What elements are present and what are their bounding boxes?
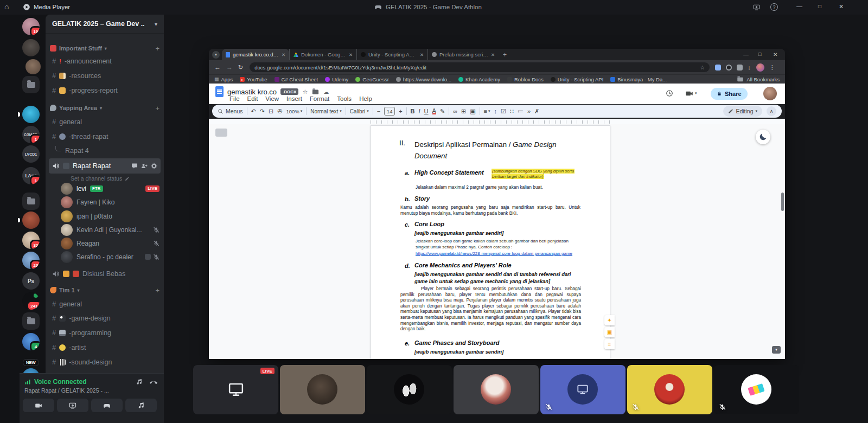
voice-member-kevin[interactable]: Kevin Adi | Guyonkal... <box>61 223 159 236</box>
extension-menu-button[interactable]: ≡ <box>604 339 615 349</box>
server-header[interactable]: GELATIK 2025 – Game Dev ... ▾ <box>46 15 164 34</box>
tile-participant[interactable] <box>540 365 626 414</box>
close-tab-icon[interactable]: ✕ <box>349 52 353 57</box>
bookmark-star-icon[interactable]: ☆ <box>700 65 705 70</box>
extension-spark-button[interactable]: ✦ <box>604 315 615 325</box>
extension-image-button[interactable]: ▣ <box>604 327 615 337</box>
bookmark-youtube[interactable]: ▸YouTube <box>240 76 267 82</box>
version-history-icon[interactable] <box>666 89 673 97</box>
browser-close-button[interactable]: ✕ <box>773 52 777 57</box>
rail-server[interactable]: 4 <box>22 333 40 350</box>
create-channel-button[interactable]: + <box>155 286 159 294</box>
tile-participant[interactable] <box>714 365 799 414</box>
rail-server-folder[interactable] <box>22 193 40 210</box>
channel-artist[interactable]: # -artist <box>49 341 161 354</box>
star-document-icon[interactable]: ☆ <box>302 88 308 95</box>
activities-button[interactable] <box>91 399 123 412</box>
close-tab-icon[interactable]: ✕ <box>282 52 285 57</box>
menus-search-button[interactable]: Menus <box>218 108 243 114</box>
page-widget[interactable] <box>215 129 227 137</box>
bookmark-roblox[interactable]: Roblox Docs <box>507 76 544 82</box>
voice-member-levi[interactable]: levi FTR LIVE <box>61 182 159 195</box>
menu-help[interactable]: Help <box>356 95 375 102</box>
paragraph-style-select[interactable]: Normal text▾ <box>310 108 342 114</box>
dark-mode-toggle[interactable] <box>756 130 770 144</box>
create-channel-button[interactable]: + <box>155 104 159 112</box>
chat-bubble-icon[interactable] <box>131 163 138 169</box>
tile-screen-share[interactable]: LIVE <box>193 365 278 414</box>
channel-resources[interactable]: # -resources <box>49 69 161 82</box>
thread-rapat-4[interactable]: Rapat 4 <box>49 144 161 157</box>
rail-server-folder[interactable] <box>22 76 40 93</box>
tile-participant[interactable] <box>627 365 712 414</box>
scrollbar-thumb[interactable] <box>781 193 784 211</box>
voice-member-reagan[interactable]: Reagan <box>61 236 159 250</box>
bookmark-udemy[interactable]: Udemy <box>325 76 348 82</box>
channel-thread-rapat[interactable]: # -thread-rapat <box>49 130 161 143</box>
rail-server[interactable]: LVCD1 <box>22 145 40 163</box>
menu-view[interactable]: View <box>263 95 282 102</box>
numbered-list-button[interactable]: ≔ <box>518 108 524 115</box>
rail-server[interactable] <box>22 39 40 56</box>
menu-tools[interactable]: Tools <box>334 95 354 102</box>
bookmark-csharp[interactable]: C# Cheat Sheet <box>275 76 318 82</box>
rail-server[interactable]: 241 <box>22 292 40 310</box>
voice-channel-path[interactable]: Rapat Rapat / GELATIK 2025 - ... <box>24 387 127 394</box>
extension-icon[interactable] <box>726 65 732 70</box>
forward-icon[interactable]: → <box>226 63 233 71</box>
browser-tab-docs[interactable]: gemastik kro.co.docx - Google ✕ <box>222 49 289 60</box>
help-icon[interactable]: ? <box>770 3 778 11</box>
extensions-puzzle-icon[interactable] <box>737 65 743 70</box>
channel-general-yapping[interactable]: # general <box>49 115 161 129</box>
clear-formatting-button[interactable]: ✗ <box>534 108 539 115</box>
font-size-decrease[interactable]: − <box>377 108 380 114</box>
camera-button[interactable] <box>23 399 54 412</box>
bulleted-list-button[interactable]: ∷ <box>510 108 514 115</box>
tab-search-button[interactable]: ▾ <box>212 51 220 59</box>
add-comment-button[interactable]: ⊞ <box>461 108 466 115</box>
bookmark-geoguessr[interactable]: GeoGuessr <box>355 76 389 82</box>
rail-server[interactable]: 32 <box>22 232 40 249</box>
coreloop-link[interactable]: https://www.gamelab.id/news/228-mengenal… <box>416 251 572 256</box>
reload-icon[interactable]: ↻ <box>238 64 243 71</box>
voice-member-ipan[interactable]: ipan | p0tato <box>61 209 159 223</box>
popout-screen-icon[interactable] <box>753 4 760 11</box>
line-spacing-button[interactable]: ↕ <box>494 108 497 114</box>
bold-button[interactable]: B <box>411 108 415 114</box>
move-folder-icon[interactable] <box>312 89 318 94</box>
channel-progress-report[interactable]: # -progress-report <box>49 84 161 97</box>
meet-camera-icon[interactable] <box>685 89 693 98</box>
gear-icon[interactable] <box>151 163 157 169</box>
apps-shortcut[interactable]: ▦Apps <box>214 76 233 82</box>
voice-channel-rapat-rapat[interactable]: Rapat Rapat <box>49 158 161 174</box>
disconnect-call-icon[interactable] <box>150 379 157 386</box>
scroll-widget[interactable]: ▾ <box>772 346 781 354</box>
font-size-increase[interactable]: + <box>399 108 402 114</box>
highlight-color-button[interactable]: ✎ <box>440 108 445 115</box>
insert-link-button[interactable]: ∞ <box>453 108 457 114</box>
rail-server[interactable] <box>24 58 42 75</box>
print-icon[interactable]: ⊡ <box>269 108 273 115</box>
align-button[interactable]: ≡▾ <box>484 108 490 114</box>
voice-member-fayren[interactable]: Fayren | Kiko <box>61 195 159 209</box>
menu-insert[interactable]: Insert <box>284 95 305 102</box>
invite-member-icon[interactable] <box>141 163 148 169</box>
close-tab-icon[interactable]: ✕ <box>420 52 424 57</box>
italic-button[interactable]: I <box>419 108 420 114</box>
voice-channel-diskusi-bebas[interactable]: Diskusi Bebas <box>49 267 161 280</box>
channel-game-design[interactable]: # -game-design <box>49 311 161 325</box>
kebab-menu-icon[interactable]: ⋮ <box>769 64 775 71</box>
redo-icon[interactable]: ↷ <box>260 108 265 115</box>
set-channel-status[interactable]: Set a channel status <box>71 175 130 182</box>
editing-mode-select[interactable]: Editing ▾ <box>723 106 762 117</box>
channel-programming[interactable]: # -programming <box>49 326 161 339</box>
share-button[interactable]: Share <box>711 88 748 100</box>
rail-server[interactable]: LAps1 <box>22 167 40 184</box>
account-avatar[interactable] <box>763 87 777 100</box>
checklist-button[interactable]: ☑ <box>501 108 506 115</box>
rail-server[interactable]: Ps <box>22 272 40 290</box>
insert-image-button[interactable]: ▣ <box>470 108 475 115</box>
rail-dm-avatar[interactable]: 10 <box>22 18 40 35</box>
category-tim-1[interactable]: Tim 1 ▾ + <box>50 285 159 296</box>
menu-format[interactable]: Format <box>307 95 332 102</box>
